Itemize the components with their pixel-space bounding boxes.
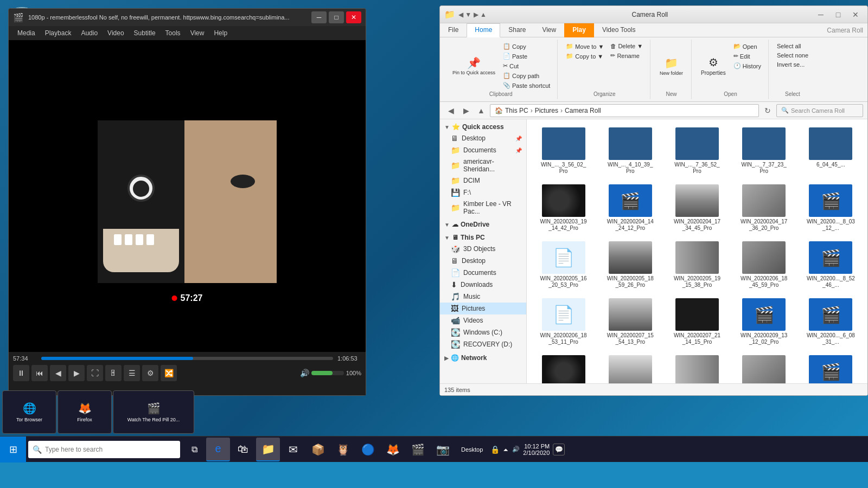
vlc-menu-help[interactable]: Help: [209, 28, 232, 38]
vlc-shuffle-button[interactable]: 🔀: [161, 365, 177, 381]
history-button[interactable]: 🕐 History: [731, 61, 764, 70]
taskbar-app-camera[interactable]: 📷: [431, 438, 455, 461]
file-item-5[interactable]: 🎬 WIN_20200..._8_03_12_...: [799, 181, 863, 235]
this-pc-header[interactable]: ▼ 🖥 This PC: [440, 232, 526, 243]
tray-speaker-icon[interactable]: 🔊: [512, 446, 520, 453]
file-item-13[interactable]: WIN_20200207_21_14_15_Pro: [665, 294, 729, 349]
invert-selection-button[interactable]: Invert se...: [774, 60, 811, 69]
copy-path-button[interactable]: 📋 Copy path: [500, 71, 553, 80]
taskbar-thumbnail-firefox[interactable]: 🦊 Firefox: [58, 390, 112, 434]
tray-expand-icon[interactable]: ⏶: [503, 446, 509, 453]
refresh-button[interactable]: ↻: [761, 104, 774, 117]
paste-shortcut-button[interactable]: 📎 Paste shortcut: [500, 81, 553, 90]
file-item-8[interactable]: WIN_20200205_19_15_38_Pro: [665, 237, 729, 292]
address-cameraroll[interactable]: Camera Roll: [565, 107, 601, 114]
edit-button[interactable]: ✏ Edit: [731, 52, 764, 61]
vlc-equalizer-button[interactable]: 🎚: [105, 365, 122, 381]
onedrive-header[interactable]: ▼ ☁ OneDrive: [440, 219, 526, 230]
forward-button[interactable]: ▶: [459, 104, 473, 117]
ribbon-tab-view[interactable]: View: [534, 23, 564, 37]
vlc-menu-tools[interactable]: Tools: [161, 28, 185, 38]
taskbar-thumbnail-torbrowser[interactable]: 🌐 Tor Browser: [2, 390, 56, 434]
file-item-row0-3[interactable]: WIN_..._7_36_52_Pro: [665, 124, 729, 178]
up-button[interactable]: ▲: [475, 104, 488, 117]
new-folder-button[interactable]: 📁 New folder: [656, 42, 687, 90]
select-none-button[interactable]: Select none: [774, 51, 811, 60]
file-item-2[interactable]: 🎬 WIN_20200204_14_24_12_Pro: [598, 181, 662, 235]
taskbar-app-firefox[interactable]: 🦊: [381, 438, 405, 461]
vlc-menu-subtitle[interactable]: Subtitle: [130, 28, 160, 38]
sidebar-item-f-drive[interactable]: 💾 F:\: [440, 187, 526, 198]
select-all-button[interactable]: Select all: [774, 42, 811, 50]
clock-area[interactable]: 10:12 PM 2/10/2020: [523, 443, 550, 456]
file-item-18[interactable]: WIN_20200210_18_21_18_Pro: [665, 351, 729, 383]
move-to-button[interactable]: 📁 Move to ▼: [563, 42, 607, 51]
file-item-4[interactable]: WIN_20200204_17_36_20_Pro: [732, 181, 796, 235]
quick-access-header[interactable]: ▼ ⭐ Quick access: [440, 121, 526, 132]
vlc-prev-button[interactable]: ⏮: [31, 365, 48, 381]
address-pictures[interactable]: Pictures: [535, 107, 558, 114]
taskbar-app-edge[interactable]: e: [206, 438, 230, 461]
sidebar-item-documents[interactable]: 📄 Documents: [440, 267, 526, 279]
sidebar-item-downloads[interactable]: ⬇ Downloads: [440, 279, 526, 291]
sidebar-item-pictures[interactable]: 🖼 Pictures: [440, 303, 526, 314]
file-item-12[interactable]: WIN_20200207_15_54_13_Pro: [598, 294, 662, 349]
file-item-19[interactable]: WIN_20200210_18_39_18_Pro: [732, 351, 796, 383]
file-item-row0-4[interactable]: WIN_..._7_37_23_Pro: [732, 124, 796, 178]
start-button[interactable]: ⊞: [0, 436, 26, 463]
sidebar-item-recovery-d[interactable]: 💽 RECOVERY (D:): [440, 338, 526, 350]
file-item-17[interactable]: WIN_20200210_15_20_53_Pro: [598, 351, 662, 383]
address-bar[interactable]: 🏠 This PC › Pictures › Camera Roll: [490, 104, 759, 117]
sidebar-item-dcim[interactable]: 📁 DCIM: [440, 175, 526, 187]
taskbar-app-unknown[interactable]: 🔵: [356, 438, 380, 461]
ribbon-tab-play[interactable]: Play: [564, 23, 594, 37]
file-item-row0-5[interactable]: 6_04_45_...: [799, 124, 863, 178]
file-item-6[interactable]: 📄 WIN_20200205_16_20_53_Pro: [531, 237, 596, 292]
taskbar-btn-taskview[interactable]: ⧉: [182, 438, 206, 461]
sidebar-item-documents-qa[interactable]: 📁 Documents 📌: [440, 144, 526, 156]
rename-button[interactable]: ✏ Rename: [608, 51, 646, 60]
file-item-3[interactable]: WIN_20200204_17_34_45_Pro: [665, 181, 729, 235]
taskbar-app-vlc[interactable]: 🎬: [406, 438, 430, 461]
vlc-frame-next-button[interactable]: ▶: [68, 365, 85, 381]
copy-button[interactable]: 📋 Copy: [500, 42, 553, 51]
explorer-minimize-button[interactable]: ─: [813, 9, 828, 21]
volume-bar[interactable]: [311, 371, 344, 375]
vlc-menu-video[interactable]: Video: [103, 28, 128, 38]
vlc-stop-button[interactable]: ⏸: [13, 365, 29, 381]
vlc-progress-bar[interactable]: [41, 357, 333, 360]
paste-button[interactable]: 📄 Paste: [500, 52, 553, 61]
vlc-menu-playback[interactable]: Playback: [41, 28, 76, 38]
taskbar-app-mail[interactable]: ✉: [281, 438, 305, 461]
file-item-20[interactable]: 🎬 WIN_20200..._1_15_11_...: [799, 351, 863, 383]
vlc-menu-view[interactable]: View: [186, 28, 209, 38]
vlc-maximize-button[interactable]: □: [329, 11, 344, 23]
sidebar-item-3dobjects[interactable]: 🎲 3D Objects: [440, 243, 526, 255]
notification-button[interactable]: 💬: [553, 444, 565, 455]
sidebar-item-music[interactable]: 🎵 Music: [440, 291, 526, 303]
file-item-16[interactable]: WIN_20200209_18_12_42_Pro: [531, 351, 596, 383]
file-item-15[interactable]: 🎬 WIN_20200..._6_08_31_...: [799, 294, 863, 349]
pin-quick-access-button[interactable]: 📌 Pin to Quick access: [449, 42, 499, 90]
vlc-extended-button[interactable]: ⚙: [142, 365, 158, 381]
vlc-playlist-button[interactable]: ☰: [124, 365, 140, 381]
cut-button[interactable]: ✂ Cut: [500, 61, 553, 70]
taskbar-app-store[interactable]: 🛍: [231, 438, 255, 461]
open-button[interactable]: 📂 Open: [731, 42, 764, 51]
vlc-minimize-button[interactable]: ─: [311, 11, 327, 23]
file-item-9[interactable]: WIN_20200206_18_45_59_Pro: [732, 237, 796, 292]
file-item-14[interactable]: 🎬 WIN_20200209_13_12_02_Pro: [732, 294, 796, 349]
vlc-fullscreen-button[interactable]: ⛶: [87, 365, 103, 381]
search-bar[interactable]: 🔍 Search Camera Roll: [776, 104, 863, 117]
taskbar-app-tripadvisor[interactable]: 🦉: [331, 438, 355, 461]
copy-to-button[interactable]: 📁 Copy to ▼: [563, 52, 607, 61]
ribbon-tab-home[interactable]: Home: [467, 23, 500, 37]
file-item-1[interactable]: WIN_20200203_19_14_42_Pro: [531, 181, 596, 235]
ribbon-tab-share[interactable]: Share: [500, 23, 534, 37]
vlc-frame-prev-button[interactable]: ◀: [50, 365, 66, 381]
taskbar-app-amazon[interactable]: 📦: [306, 438, 330, 461]
sidebar-item-americavr[interactable]: 📁 americavr-Sheridan...: [440, 156, 526, 175]
vlc-menu-media[interactable]: Media: [13, 28, 40, 38]
taskbar-app-explorer[interactable]: 📁: [256, 438, 280, 461]
ribbon-tab-file[interactable]: File: [440, 23, 467, 37]
